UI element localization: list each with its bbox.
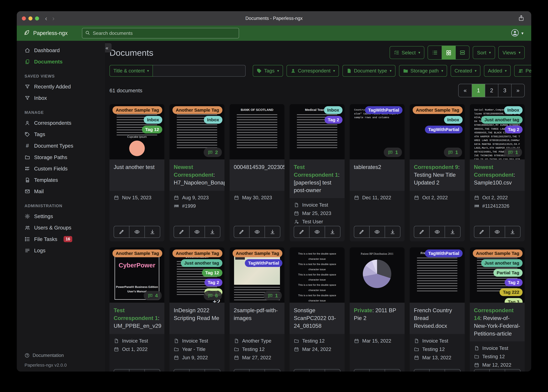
edit-document-button[interactable] — [234, 226, 249, 238]
download-document-button[interactable] — [505, 226, 520, 238]
edit-document-button[interactable] — [174, 226, 189, 238]
sidebar-item-settings[interactable]: Settings — [17, 211, 105, 222]
tag-pill[interactable]: Another Sample Tag — [112, 250, 162, 257]
document-title[interactable]: Sonstige ScanPC2022 03-24_081058 — [289, 303, 345, 334]
sidebar-item-tags[interactable]: Tags — [17, 129, 105, 140]
filter-permissions-button[interactable]: Permissions▾ — [514, 65, 531, 77]
document-thumbnail[interactable]: InDesign Scripting DocumentationAnother … — [169, 247, 224, 303]
document-card[interactable]: NAPOLEON BONAPARTEAnother Sample TagInbo… — [169, 104, 224, 241]
view-grid-button[interactable] — [442, 46, 455, 59]
preview-document-button[interactable] — [489, 226, 505, 238]
filter-storage-path-button[interactable]: Storage path▾ — [399, 65, 447, 77]
views-button[interactable]: Views▾ — [498, 46, 525, 59]
document-thumbnail[interactable]: Country,Region/State,"City","Value" tabl… — [350, 104, 404, 159]
download-document-button[interactable] — [445, 370, 460, 371]
edit-document-button[interactable] — [354, 226, 369, 238]
pagination-page-3[interactable]: 3 — [498, 84, 511, 97]
tag-pill[interactable]: Another Sample Tag — [173, 106, 222, 114]
edit-document-button[interactable] — [294, 226, 309, 238]
sidebar-item-custom-fields[interactable]: Custom Fields — [17, 163, 105, 174]
document-card[interactable]: BANK OF SCOTLAND0004814539_20230531May 3… — [230, 104, 284, 241]
sidebar-item-users-groups[interactable]: Users & Groups — [17, 222, 105, 233]
tag-pill[interactable]: TagWithPartial — [425, 126, 463, 133]
pagination-page-2[interactable]: 2 — [485, 84, 498, 97]
document-title[interactable]: Private: 2011 BP Pie 2 — [350, 303, 404, 334]
sidebar-item-recently-added[interactable]: Recently Added — [17, 81, 105, 92]
filter-correspondent-button[interactable]: Correspondent▾ — [287, 65, 339, 77]
tag-pill[interactable]: Tag 2 — [505, 279, 523, 286]
edit-document-button[interactable] — [414, 226, 429, 238]
browser-forward-icon[interactable]: › — [52, 15, 55, 22]
edit-document-button[interactable] — [414, 370, 429, 371]
pagination-page-1[interactable]: 1 — [472, 84, 485, 97]
download-document-button[interactable] — [265, 226, 280, 238]
comment-count-badge[interactable]: 2 — [204, 147, 222, 157]
document-thumbnail[interactable]: Medical TeacherInboxTag 2 — [289, 104, 345, 159]
tag-pill[interactable]: Inbox — [504, 106, 523, 114]
comment-count-badge[interactable]: 4 — [144, 291, 162, 300]
sidebar-item-document-types[interactable]: #Document Types — [17, 140, 105, 152]
document-title[interactable]: 2sample-pdf-with-images — [230, 303, 284, 334]
preview-document-button[interactable] — [129, 370, 144, 371]
download-document-button[interactable] — [205, 226, 220, 238]
close-window-button[interactable] — [22, 16, 26, 21]
document-title[interactable]: InDesign 2022 Scripting Read Me — [169, 303, 224, 334]
preview-document-button[interactable] — [429, 226, 445, 238]
tag-pill[interactable]: Tag 12 — [202, 269, 222, 277]
download-document-button[interactable] — [144, 226, 160, 238]
document-thumbnail[interactable]: Another Sample TagTagWithPartial1 — [230, 247, 284, 303]
document-title[interactable]: Test Correspondent 1: UM_PPBE_en_v29 — [109, 303, 164, 334]
select-button[interactable]: Select▾ — [389, 46, 425, 59]
filter-document-type-button[interactable]: Document type▾ — [343, 65, 396, 77]
tag-pill[interactable]: TagWithPartial — [365, 106, 403, 114]
document-thumbnail[interactable]: NAPOLEON BONAPARTEAnother Sample TagInbo… — [169, 104, 224, 159]
download-document-button[interactable] — [445, 226, 460, 238]
filter-query-input[interactable] — [153, 65, 245, 77]
document-title[interactable]: tablerates2 — [350, 159, 404, 191]
sidebar-item-templates[interactable]: Templates — [17, 174, 105, 186]
filter-created-button[interactable]: Created▾ — [451, 65, 480, 77]
document-title[interactable]: Newest Correspondent: H7_Napoleon_Bonapa… — [169, 159, 224, 191]
document-card[interactable]: Serial Number,Company Name,Employee 9788… — [470, 104, 525, 241]
document-card[interactable]: Adobe Acrobat PDF FilesCupcake ipsumAnot… — [109, 104, 164, 241]
document-thumbnail[interactable]: Adobe Acrobat PDF FilesCupcake ipsumAnot… — [109, 104, 164, 159]
preview-document-button[interactable] — [249, 370, 265, 371]
tag-pill[interactable]: Tag 12 — [142, 126, 162, 133]
edit-document-button[interactable] — [174, 370, 189, 371]
document-card[interactable]: Patient BP Distribution 2011Private: 201… — [350, 247, 404, 371]
document-card[interactable]: Medical TeacherInboxTag 2Test Correspond… — [289, 104, 345, 241]
app-brand[interactable]: Paperless-ngx — [23, 29, 68, 37]
document-title[interactable]: Correspondent 14: Review-of-New-York-Fed… — [470, 303, 525, 341]
document-title[interactable]: Test Correspondent 1: [paperless] test p… — [289, 159, 345, 198]
sidebar-collapse-button[interactable]: « — [105, 43, 112, 52]
view-details-button[interactable] — [455, 46, 469, 59]
download-document-button[interactable] — [505, 370, 520, 371]
comment-count-badge[interactable]: 6 — [204, 291, 222, 300]
document-thumbnail[interactable]: Serial Number,Company Name,Employee 9788… — [470, 104, 525, 159]
download-document-button[interactable] — [325, 226, 340, 238]
document-card[interactable]: This is a test for the double space char… — [289, 247, 345, 371]
document-card[interactable]: Another Sample TagTagWithPartial12sample… — [230, 247, 284, 371]
download-document-button[interactable] — [385, 370, 400, 371]
tag-pill[interactable]: Another Sample Tag — [413, 106, 462, 114]
document-thumbnail[interactable]: one,1.0 five,5.0Another Sample TagInboxT… — [410, 104, 465, 159]
browser-back-icon[interactable]: ‹ — [45, 15, 47, 22]
minimize-window-button[interactable] — [29, 16, 32, 21]
tag-pill[interactable]: Just another tag — [481, 116, 523, 124]
sort-button[interactable]: Sort▾ — [473, 46, 495, 59]
preview-document-button[interactable] — [309, 370, 324, 371]
tag-pill[interactable]: Just another tag — [181, 259, 222, 267]
download-document-button[interactable] — [325, 370, 340, 371]
user-account-menu[interactable]: ▾ — [511, 28, 523, 38]
comment-count-badge[interactable]: 1 — [444, 147, 462, 157]
document-title[interactable]: 0004814539_20230531 — [230, 159, 284, 191]
sidebar-item-storage-paths[interactable]: Storage Paths — [17, 152, 105, 163]
document-card[interactable]: one,1.0 five,5.0Another Sample TagInboxT… — [410, 104, 465, 241]
share-icon[interactable] — [518, 15, 525, 22]
tag-pill[interactable]: Inbox — [204, 116, 222, 124]
tag-pill[interactable]: Tag 2 — [505, 126, 523, 133]
document-title[interactable]: Just another test — [109, 159, 164, 191]
tag-pill[interactable]: Inbox — [144, 116, 162, 124]
sidebar-item-inbox[interactable]: Inbox — [17, 92, 105, 104]
preview-document-button[interactable] — [369, 370, 385, 371]
